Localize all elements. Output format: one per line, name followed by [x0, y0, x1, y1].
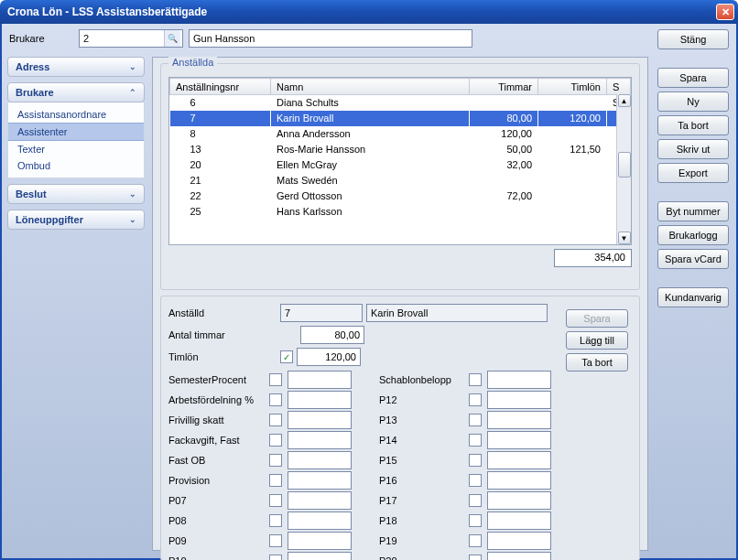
param-checkbox[interactable]: [469, 454, 482, 467]
table-row[interactable]: 8Anna Andersson120,00: [170, 126, 631, 142]
param-input[interactable]: [487, 491, 551, 510]
param-input[interactable]: [288, 552, 352, 560]
param-input[interactable]: [487, 552, 551, 560]
skrivut-button[interactable]: Skriv ut: [657, 139, 729, 159]
param-checkbox[interactable]: [269, 393, 282, 406]
param-input[interactable]: [487, 411, 551, 429]
table-row[interactable]: 21Mats Swedén: [170, 173, 631, 188]
scroll-up-icon[interactable]: ▲: [618, 94, 631, 107]
spara-button[interactable]: Spara: [657, 68, 729, 88]
bytnummer-button[interactable]: Byt nummer: [657, 201, 729, 221]
timlon-input[interactable]: [297, 348, 361, 366]
table-row[interactable]: 25Hans Karlsson: [170, 204, 631, 220]
sparavcard-button[interactable]: Spara vCard: [657, 249, 729, 269]
brukarlogg-button[interactable]: Brukarlogg: [657, 225, 729, 245]
param-input[interactable]: [288, 371, 352, 389]
table-row[interactable]: 20Ellen McGray32,00: [170, 157, 631, 173]
col-timmar[interactable]: Timmar: [470, 79, 538, 95]
close-button[interactable]: ✕: [716, 4, 734, 20]
param-checkbox[interactable]: [269, 534, 282, 547]
chevron-up-icon: ⌃: [129, 88, 136, 97]
export-button[interactable]: Export: [657, 163, 729, 183]
param-checkbox[interactable]: [469, 474, 482, 487]
param-checkbox[interactable]: [469, 434, 482, 447]
param-checkbox[interactable]: [269, 514, 282, 527]
timlon-checkbox[interactable]: ✓: [280, 350, 293, 363]
param-label: Arbetsfördelning %: [168, 394, 264, 405]
scroll-down-icon[interactable]: ▼: [618, 232, 631, 244]
table-row[interactable]: 7Karin Brovall80,00120,00: [170, 111, 631, 126]
anstallda-group: Anställda Anställningsnr Namn Timmar Tim…: [160, 63, 640, 290]
param-input[interactable]: [288, 411, 352, 429]
param-checkbox[interactable]: [269, 434, 282, 447]
param-input[interactable]: [487, 371, 551, 389]
antal-timmar-label: Antal timmar: [168, 329, 277, 340]
param-input[interactable]: [288, 451, 352, 469]
param-row: P14: [379, 430, 551, 450]
param-checkbox[interactable]: [469, 514, 482, 527]
brukare-name-display: Gun Hansson: [189, 29, 472, 48]
param-row: P13: [379, 410, 551, 430]
param-checkbox[interactable]: [469, 494, 482, 507]
param-input[interactable]: [288, 391, 352, 409]
param-checkbox[interactable]: [269, 555, 282, 560]
antal-timmar-input[interactable]: [300, 326, 364, 344]
param-checkbox[interactable]: [269, 373, 282, 386]
detail-tabort-button[interactable]: Ta bort: [566, 353, 628, 372]
detail-laggtill-button[interactable]: Lägg till: [566, 331, 628, 350]
grid-scrollbar[interactable]: ▲ ▼: [616, 94, 631, 244]
brukare-id-combo[interactable]: 🔍: [79, 29, 183, 48]
param-input[interactable]: [288, 491, 352, 510]
param-input[interactable]: [487, 391, 551, 409]
col-namn[interactable]: Namn: [271, 79, 470, 95]
param-input[interactable]: [487, 431, 551, 449]
param-input[interactable]: [288, 471, 352, 490]
param-label: P14: [379, 435, 463, 446]
table-row[interactable]: 13Ros-Marie Hansson50,00121,50: [170, 142, 631, 157]
param-checkbox[interactable]: [269, 474, 282, 487]
table-row[interactable]: 22Gerd Ottosson72,00: [170, 188, 631, 204]
nav-beslut[interactable]: Beslut ⌄: [7, 184, 145, 204]
param-checkbox[interactable]: [469, 393, 482, 406]
left-nav: Adress ⌄ Brukare ⌃ AssistansanordnareAss…: [7, 57, 145, 230]
param-label: Fackavgift, Fast: [168, 435, 264, 446]
param-label: Provision: [168, 475, 264, 486]
param-checkbox[interactable]: [269, 494, 282, 507]
param-row: P12: [379, 390, 551, 410]
ny-button[interactable]: Ny: [657, 92, 729, 112]
param-input[interactable]: [288, 431, 352, 449]
param-input[interactable]: [487, 451, 551, 469]
param-checkbox[interactable]: [469, 414, 482, 426]
kundanvarig-button[interactable]: Kundanvarig: [657, 287, 729, 307]
sidebar-item-texter[interactable]: Texter: [8, 141, 144, 157]
param-input[interactable]: [487, 532, 551, 550]
param-input[interactable]: [487, 471, 551, 490]
lookup-icon[interactable]: 🔍: [164, 30, 180, 47]
nav-adress[interactable]: Adress ⌄: [7, 57, 145, 77]
sidebar-item-assistansanordnare[interactable]: Assistansanordnare: [8, 106, 144, 123]
scroll-thumb[interactable]: [618, 152, 631, 178]
param-checkbox[interactable]: [469, 373, 482, 386]
param-input[interactable]: [288, 532, 352, 550]
param-input[interactable]: [487, 512, 551, 530]
detail-spara-button[interactable]: Spara: [566, 309, 628, 328]
param-row: P07: [168, 490, 352, 511]
param-row: P09: [168, 531, 352, 551]
anstallda-grid[interactable]: Anställningsnr Namn Timmar Timlön S 6Dia…: [168, 77, 632, 245]
stang-button[interactable]: Stäng: [657, 29, 729, 49]
sidebar-item-assistenter[interactable]: Assistenter: [8, 123, 144, 141]
col-timlon[interactable]: Timlön: [538, 79, 607, 95]
col-anstallningsnr[interactable]: Anställningsnr: [170, 79, 271, 95]
param-checkbox[interactable]: [269, 454, 282, 467]
tabort-button[interactable]: Ta bort: [657, 115, 729, 135]
param-checkbox[interactable]: [269, 414, 282, 426]
param-checkbox[interactable]: [469, 534, 482, 547]
nav-loneuppgifter[interactable]: Löneuppgifter ⌄: [7, 210, 145, 230]
col-s[interactable]: S: [607, 79, 631, 95]
param-input[interactable]: [288, 512, 352, 530]
sidebar-item-ombud[interactable]: Ombud: [8, 157, 144, 174]
brukare-id-input[interactable]: [80, 30, 164, 47]
param-checkbox[interactable]: [469, 555, 482, 560]
nav-brukare[interactable]: Brukare ⌃: [7, 82, 145, 102]
table-row[interactable]: 6Diana SchultsS: [170, 95, 631, 111]
